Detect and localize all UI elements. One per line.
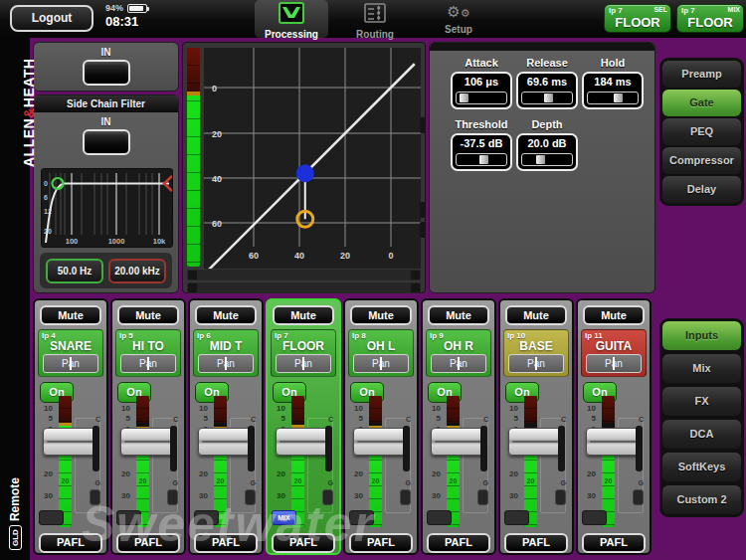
channel-strip-oh-r[interactable]: MuteIp 9OH RPanOn10502030∞1020CGPAFL: [421, 298, 496, 555]
fader-scale-label: 5: [114, 414, 130, 423]
channel-nameplate[interactable]: Ip 6MID TPan: [193, 329, 259, 377]
meter-scale-print: 20: [214, 477, 227, 484]
fader-handle[interactable]: [276, 428, 329, 456]
logout-button[interactable]: Logout: [10, 5, 93, 32]
pafl-button[interactable]: PAFL: [194, 533, 258, 553]
pafl-button[interactable]: PAFL: [504, 533, 568, 553]
hold-slider-thumb[interactable]: [614, 93, 623, 102]
channel-nameplate[interactable]: Ip 7FLOORPan: [271, 329, 336, 377]
channel-strip-guita[interactable]: MuteIp 11GUITAPanOn10502030∞1020CGPAFL: [576, 298, 652, 555]
threshold-slider-thumb[interactable]: [479, 155, 488, 164]
hpf-freq-button[interactable]: 50.0 Hz: [46, 259, 103, 283]
gate-in-toggle[interactable]: [83, 60, 130, 86]
collapsed-row[interactable]: [187, 282, 421, 293]
fader-handle[interactable]: [120, 428, 174, 456]
mute-button[interactable]: Mute: [428, 305, 489, 325]
fader-handle[interactable]: [198, 428, 252, 456]
channel-strip-hi-to[interactable]: MuteIp 5HI TOPanOn10502030∞1020CGPAFL: [110, 298, 186, 555]
tab-setup[interactable]: ⚙⚙ Setup: [422, 0, 495, 38]
pafl-button[interactable]: PAFL: [582, 533, 646, 553]
depth-slider[interactable]: [521, 153, 573, 166]
tab-mix[interactable]: Mix: [662, 354, 741, 383]
selected-channel-button[interactable]: Ip 7 SEL FLOOR: [604, 4, 671, 33]
meter-scale-print: 20: [447, 477, 460, 484]
channel-meter: 1020: [136, 396, 149, 527]
pan-control[interactable]: Pan: [353, 354, 409, 373]
channel-nameplate[interactable]: Ip 11GUITAPan: [581, 329, 647, 377]
channel-nameplate[interactable]: Ip 4SNAREPan: [38, 329, 103, 377]
pafl-button[interactable]: PAFL: [116, 533, 180, 553]
fader-handle[interactable]: [508, 428, 562, 456]
fader-handle[interactable]: [431, 428, 484, 456]
lpf-freq-button[interactable]: 20.00 kHz: [108, 259, 166, 283]
comp-gr-meter: [403, 426, 410, 471]
channel-nameplate[interactable]: Ip 8OH LPan: [348, 329, 414, 377]
channel-meter: 1020: [291, 396, 304, 527]
tab-preamp[interactable]: Preamp: [662, 61, 741, 88]
pafl-button[interactable]: PAFL: [39, 533, 102, 553]
comp-gr-meter: [248, 426, 255, 471]
pan-control[interactable]: Pan: [198, 354, 254, 373]
threshold-slider[interactable]: [456, 153, 507, 166]
mute-button[interactable]: Mute: [583, 305, 645, 325]
setup-icon: ⚙⚙: [447, 2, 469, 23]
release-slider-thumb[interactable]: [544, 93, 553, 102]
channel-strip-base[interactable]: MuteIp 10BASEPanOn10502030∞1020CGPAFL: [498, 298, 574, 555]
svg-text:60: 60: [212, 219, 222, 229]
channel-nameplate[interactable]: Ip 9OH RPan: [426, 329, 491, 377]
gate-indicator: [322, 489, 333, 505]
pafl-button[interactable]: PAFL: [272, 533, 335, 553]
channel-strip-floor[interactable]: MuteIp 7FLOORPanOn10502030∞1020CGMIXPAFL: [266, 298, 341, 555]
status-area: 94% 08:31: [105, 3, 147, 29]
tab-compressor[interactable]: Compressor: [662, 147, 741, 174]
mute-button[interactable]: Mute: [273, 305, 334, 325]
pan-control[interactable]: Pan: [508, 354, 564, 373]
channel-strip-snare[interactable]: MuteIp 4SNAREPanOn10502030∞1020CGPAFL: [33, 298, 108, 555]
channel-nameplate[interactable]: Ip 5HI TOPan: [115, 329, 181, 377]
fader-handle[interactable]: [43, 428, 96, 456]
channel-strips: MuteIp 4SNAREPanOn10502030∞1020CGPAFLMut…: [33, 298, 652, 555]
attack-slider-thumb[interactable]: [460, 93, 468, 102]
attack-slider[interactable]: [456, 92, 507, 104]
channel-strip-mid-t[interactable]: MuteIp 6MID TPanOn10502030∞1020CGPAFL: [188, 298, 264, 555]
channel-name: BASE: [504, 339, 568, 353]
pan-control[interactable]: Pan: [43, 354, 98, 373]
pan-control[interactable]: Pan: [120, 354, 176, 373]
fader-zone: 10502030∞1020CG: [578, 404, 650, 529]
sidechain-filter-graph[interactable]: 061220100100010k: [41, 168, 173, 248]
sidechain-in-toggle[interactable]: [83, 129, 130, 155]
tab-dca[interactable]: DCA: [662, 420, 741, 449]
pan-control[interactable]: Pan: [586, 354, 642, 373]
mix-channel-button[interactable]: Ip 7 MIX FLOOR: [676, 4, 744, 33]
fader-scale-label: 5: [425, 414, 441, 423]
fader-scale-label: 20: [425, 469, 441, 478]
depth-slider-thumb[interactable]: [536, 155, 545, 164]
tab-inputs[interactable]: Inputs: [662, 321, 741, 350]
tab-routing[interactable]: Routing: [338, 0, 412, 38]
pan-control[interactable]: Pan: [431, 354, 486, 373]
mute-button[interactable]: Mute: [195, 305, 257, 325]
pan-control[interactable]: Pan: [276, 354, 331, 373]
tab-delay[interactable]: Delay: [662, 176, 741, 203]
gate-transfer-graph[interactable]: 02040606040200: [204, 48, 421, 273]
tab-custom2[interactable]: Custom 2: [662, 485, 741, 514]
collapsed-row[interactable]: [187, 270, 421, 280]
gate-meter-label: G: [95, 479, 100, 486]
mute-button[interactable]: Mute: [117, 305, 179, 325]
tab-processing[interactable]: Processing: [255, 0, 328, 38]
tab-fx[interactable]: FX: [662, 387, 741, 416]
hold-slider[interactable]: [587, 92, 639, 104]
mute-button[interactable]: Mute: [505, 305, 567, 325]
tab-softkeys[interactable]: SoftKeys: [662, 453, 741, 481]
release-slider[interactable]: [521, 92, 573, 104]
channel-nameplate[interactable]: Ip 10BASEPan: [503, 329, 569, 377]
pafl-button[interactable]: PAFL: [349, 533, 413, 553]
pafl-button[interactable]: PAFL: [427, 533, 490, 553]
channel-strip-oh-l[interactable]: MuteIp 8OH LPanOn10502030∞1020CGPAFL: [343, 298, 419, 555]
tab-peq[interactable]: PEQ: [662, 118, 741, 145]
tab-gate[interactable]: Gate: [662, 90, 741, 116]
mute-button[interactable]: Mute: [40, 305, 101, 325]
fader-handle[interactable]: [353, 428, 407, 456]
fader-handle[interactable]: [586, 428, 640, 456]
mute-button[interactable]: Mute: [350, 305, 412, 325]
